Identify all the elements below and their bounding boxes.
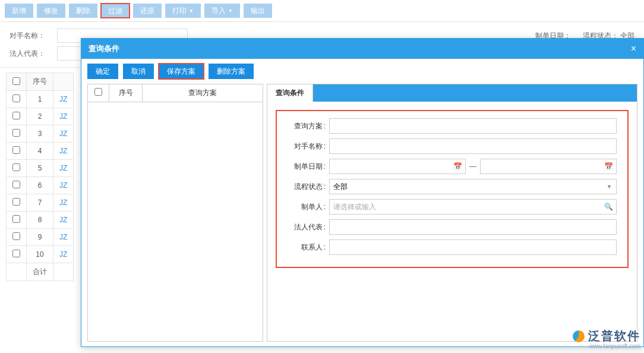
close-icon[interactable]: × bbox=[631, 43, 636, 54]
plan-select-all[interactable] bbox=[94, 88, 102, 96]
filter-button[interactable]: 过滤 bbox=[101, 4, 130, 18]
row-code[interactable]: JZ bbox=[53, 160, 74, 177]
row-checkbox[interactable] bbox=[12, 181, 20, 188]
row-checkbox[interactable] bbox=[12, 146, 20, 154]
row-seq: 4 bbox=[27, 143, 53, 160]
import-button[interactable]: 导入▼ bbox=[204, 4, 240, 18]
bg-table: 序号 1JZ2JZ3JZ4JZ5JZ6JZ7JZ8JZ9JZ10JZ 合计 bbox=[6, 73, 74, 281]
chevron-down-icon: ▼ bbox=[228, 8, 233, 14]
cancel-button[interactable]: 取消 bbox=[123, 64, 154, 79]
contact-input[interactable] bbox=[329, 239, 617, 255]
new-button[interactable]: 新增 bbox=[5, 4, 33, 18]
row-seq: 10 bbox=[27, 246, 53, 263]
edit-button[interactable]: 修改 bbox=[37, 4, 65, 18]
maker-label: 制单人 bbox=[288, 202, 329, 212]
row-code[interactable]: JZ bbox=[53, 177, 74, 194]
counterparty-m-label: 对手名称 bbox=[288, 141, 329, 152]
restore-button[interactable]: 还原 bbox=[133, 4, 162, 18]
watermark: 泛普软件 www.fanpusoft.com bbox=[573, 328, 640, 349]
counterparty-m-input[interactable] bbox=[329, 138, 617, 154]
row-code[interactable]: JZ bbox=[53, 212, 74, 229]
criteria-tab[interactable]: 查询条件 bbox=[267, 84, 313, 102]
process-status-m-label: 流程状态 bbox=[288, 182, 329, 192]
row-seq: 7 bbox=[27, 194, 53, 212]
plan-list-pane: 序号 查询方案 bbox=[87, 84, 263, 342]
row-seq: 8 bbox=[27, 212, 53, 229]
row-code[interactable]: JZ bbox=[53, 91, 74, 108]
date-to-input[interactable] bbox=[480, 159, 617, 174]
query-modal: 查询条件 × 确定 取消 保存方案 删除方案 序号 查询方案 查询条件 bbox=[81, 38, 644, 347]
row-checkbox[interactable] bbox=[12, 250, 20, 257]
modal-toolbar: 确定 取消 保存方案 删除方案 bbox=[87, 64, 637, 79]
delete-plan-button[interactable]: 删除方案 bbox=[209, 64, 254, 79]
modal-header: 查询条件 × bbox=[81, 39, 643, 59]
row-seq: 2 bbox=[27, 108, 53, 125]
bg-header-seq: 序号 bbox=[27, 73, 53, 91]
row-checkbox[interactable] bbox=[12, 112, 20, 119]
row-code[interactable]: JZ bbox=[53, 108, 74, 125]
row-seq: 5 bbox=[27, 160, 53, 177]
row-checkbox[interactable] bbox=[12, 94, 20, 102]
row-code[interactable]: JZ bbox=[53, 246, 74, 263]
plan-col-name: 查询方案 bbox=[143, 84, 263, 102]
plan-label: 查询方案 bbox=[288, 121, 329, 131]
row-seq: 1 bbox=[27, 91, 53, 108]
chevron-down-icon: ▼ bbox=[189, 8, 194, 14]
bg-footer: 合计 bbox=[27, 263, 53, 281]
save-plan-button[interactable]: 保存方案 bbox=[159, 64, 204, 79]
brand-text: 泛普软件 bbox=[588, 328, 640, 344]
row-code[interactable]: JZ bbox=[53, 143, 74, 160]
legal-rep-m-input[interactable] bbox=[329, 219, 617, 235]
criteria-pane: 查询条件 查询方案 对手名称 制单日期 📅 bbox=[267, 84, 637, 342]
row-checkbox[interactable] bbox=[12, 232, 20, 240]
row-checkbox[interactable] bbox=[12, 163, 20, 171]
modal-title: 查询条件 bbox=[89, 43, 119, 54]
logo-icon bbox=[573, 330, 585, 342]
criteria-form: 查询方案 对手名称 制单日期 📅 — 📅 bbox=[272, 106, 632, 272]
counterparty-label: 对手名称： bbox=[10, 31, 45, 41]
top-toolbar: 新增 修改 删除 过滤 还原 打印▼ 导入▼ 输出 bbox=[0, 0, 644, 21]
row-checkbox[interactable] bbox=[12, 215, 20, 223]
row-code[interactable]: JZ bbox=[53, 229, 74, 246]
plan-input[interactable] bbox=[329, 118, 617, 134]
row-seq: 9 bbox=[27, 229, 53, 246]
ok-button[interactable]: 确定 bbox=[87, 64, 118, 79]
legal-rep-label: 法人代表： bbox=[10, 49, 45, 59]
bg-header-chk bbox=[7, 73, 27, 91]
row-checkbox[interactable] bbox=[12, 198, 20, 206]
row-checkbox[interactable] bbox=[12, 129, 20, 137]
contact-label: 联系人 bbox=[288, 242, 329, 253]
plan-col-chk bbox=[88, 84, 109, 102]
row-seq: 6 bbox=[27, 177, 53, 194]
row-code[interactable]: JZ bbox=[53, 125, 74, 143]
order-date-m-label: 制单日期 bbox=[288, 162, 329, 172]
row-seq: 3 bbox=[27, 125, 53, 143]
print-button[interactable]: 打印▼ bbox=[165, 4, 201, 18]
date-sep: — bbox=[469, 162, 476, 171]
date-from-input[interactable] bbox=[329, 159, 466, 174]
bg-header-code bbox=[53, 73, 74, 91]
process-status-select[interactable]: 全部 bbox=[329, 179, 617, 194]
brand-url: www.fanpusoft.com bbox=[573, 343, 640, 349]
delete-button[interactable]: 删除 bbox=[69, 4, 97, 18]
row-code[interactable]: JZ bbox=[53, 194, 74, 212]
export-button[interactable]: 输出 bbox=[244, 4, 272, 18]
legal-rep-m-label: 法人代表 bbox=[288, 222, 329, 232]
bg-select-all[interactable] bbox=[12, 77, 20, 85]
plan-col-seq: 序号 bbox=[109, 84, 143, 102]
maker-input[interactable] bbox=[329, 199, 617, 215]
